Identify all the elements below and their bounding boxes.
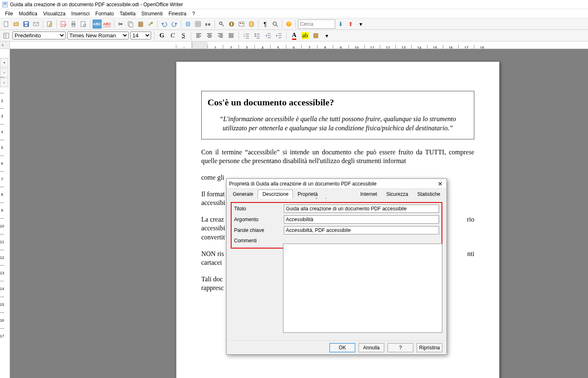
search-down-button[interactable]: ⬇ — [336, 20, 345, 29]
font-size-select[interactable]: 14 — [130, 32, 151, 39]
export-pdf-button[interactable]: PDF — [59, 20, 68, 29]
tab-proprieta-personalizzate[interactable]: Proprietà personalizzate — [293, 190, 356, 199]
help-button[interactable]: ? — [284, 20, 293, 29]
datasource-button[interactable] — [247, 20, 256, 29]
menu-help[interactable]: ? — [190, 10, 198, 17]
close-icon[interactable]: ✕ — [437, 180, 444, 188]
underline-button[interactable]: S — [179, 31, 188, 40]
app-icon — [2, 1, 8, 8]
copy-button[interactable] — [126, 20, 135, 29]
titolo-label: Titolo — [234, 206, 284, 212]
horizontal-ruler[interactable]: · · 1 · ·123456789101112131415161718 — [10, 41, 588, 49]
menu-finestra[interactable]: Finestra — [166, 10, 189, 17]
svg-rect-41 — [313, 33, 318, 38]
vertical-ruler[interactable]: 1234567891011121314151617 — [0, 49, 10, 378]
hyperlink-button[interactable] — [183, 20, 193, 29]
show-draw-button[interactable] — [203, 20, 212, 29]
new-doc-button[interactable] — [2, 20, 11, 29]
format-paint-button[interactable] — [146, 20, 155, 29]
save-button[interactable] — [22, 20, 31, 29]
menu-visualizza[interactable]: Visualizza — [41, 10, 68, 17]
cut-button[interactable]: ✂ — [116, 20, 125, 29]
commenti-textarea[interactable] — [283, 244, 442, 333]
help-button[interactable]: ? — [388, 343, 413, 352]
zoom-button[interactable] — [271, 20, 280, 29]
titolo-input[interactable] — [284, 205, 439, 213]
tab-internet[interactable]: Internet — [356, 190, 382, 199]
svg-point-26 — [208, 23, 210, 26]
toolbar-overflow[interactable]: ▾ — [356, 20, 365, 29]
paragraph-style-select[interactable]: Predefinito — [12, 32, 66, 39]
paste-button[interactable] — [136, 20, 145, 29]
preview-button[interactable] — [79, 20, 88, 29]
spellcheck-button[interactable]: ABC — [93, 20, 102, 29]
toolbar-separator — [157, 20, 158, 28]
email-button[interactable] — [32, 20, 41, 29]
svg-rect-25 — [205, 23, 207, 26]
formatting-toolbar: Predefinito Times New Roman 14 G C S 12 … — [0, 30, 588, 41]
undo-button[interactable] — [160, 20, 169, 29]
dialog-titlebar[interactable]: Proprietà di Guida alla creazione di un … — [227, 179, 446, 189]
svg-point-27 — [220, 22, 222, 24]
table-button[interactable] — [193, 20, 203, 29]
toolbar-separator — [239, 32, 239, 40]
tab-statistiche[interactable]: Statistiche — [413, 190, 445, 199]
font-color-button[interactable]: A — [290, 31, 299, 40]
svg-rect-18 — [129, 23, 133, 27]
tab-generale[interactable]: Generale — [228, 190, 258, 199]
ok-button[interactable]: OK — [329, 343, 355, 352]
annulla-button[interactable]: Annulla — [359, 343, 384, 352]
edit-button[interactable] — [45, 20, 54, 29]
svg-rect-1 — [3, 3, 7, 4]
tab-sicurezza[interactable]: Sicurezza — [382, 190, 413, 199]
tab-descrizione[interactable]: Descrizione — [258, 190, 293, 199]
heading-box: Cos'è un documento accessibile? “L'infor… — [201, 91, 474, 139]
align-right-button[interactable] — [216, 31, 225, 40]
svg-rect-30 — [240, 23, 241, 24]
toolbar-separator — [215, 20, 215, 28]
redo-button[interactable] — [170, 20, 179, 29]
toolbar-separator — [181, 20, 181, 28]
indent-button[interactable] — [274, 31, 283, 40]
italic-button[interactable]: C — [168, 31, 177, 40]
align-center-button[interactable] — [205, 31, 214, 40]
parole-chiave-input[interactable] — [284, 226, 439, 234]
styles-button[interactable] — [2, 31, 11, 40]
menu-file[interactable]: File — [2, 10, 15, 17]
toolbar-separator — [258, 20, 259, 28]
toolbar-separator — [286, 32, 287, 40]
argomento-input[interactable] — [284, 215, 439, 224]
find-button[interactable] — [217, 20, 226, 29]
print-button[interactable] — [69, 20, 78, 29]
format-overflow[interactable]: ▾ — [322, 31, 331, 40]
bold-button[interactable]: G — [157, 31, 166, 40]
bg-color-button[interactable] — [311, 31, 320, 40]
svg-rect-2 — [3, 4, 7, 5]
search-input[interactable] — [298, 20, 335, 29]
svg-rect-14 — [72, 25, 75, 27]
gallery-button[interactable] — [237, 20, 246, 29]
side-tab-2[interactable]: ▫ — [0, 68, 8, 77]
nonprint-chars-button[interactable]: ¶ — [261, 20, 270, 29]
menu-strumenti[interactable]: Strumenti — [139, 10, 165, 17]
font-name-select[interactable]: Times New Roman — [67, 32, 129, 39]
menu-formato[interactable]: Formato — [93, 10, 117, 17]
bullets-button[interactable] — [253, 31, 262, 40]
outdent-button[interactable] — [264, 31, 273, 40]
menu-tabella[interactable]: Tabella — [117, 10, 138, 17]
highlight-button[interactable]: ab — [300, 31, 310, 40]
autospell-button[interactable]: ABC — [102, 20, 112, 29]
numbering-button[interactable]: 12 — [242, 31, 251, 40]
align-justify-button[interactable] — [227, 31, 236, 40]
open-button[interactable] — [12, 20, 21, 29]
navigator-button[interactable] — [227, 20, 236, 29]
ripristina-button[interactable]: Ripristina — [417, 343, 442, 352]
side-tab-1[interactable]: ▪ — [0, 58, 8, 67]
menu-inserisci[interactable]: Inserisci — [69, 10, 92, 17]
side-tab-3[interactable]: ▫ — [0, 78, 8, 87]
properties-dialog: Proprietà di Guida alla creazione di un … — [226, 178, 447, 355]
menu-modifica[interactable]: Modifica — [16, 10, 40, 17]
window-titlebar: Guida alla creazione di un documento PDF… — [0, 0, 588, 9]
align-left-button[interactable] — [194, 31, 203, 40]
search-up-button[interactable]: ⬆ — [346, 20, 355, 29]
